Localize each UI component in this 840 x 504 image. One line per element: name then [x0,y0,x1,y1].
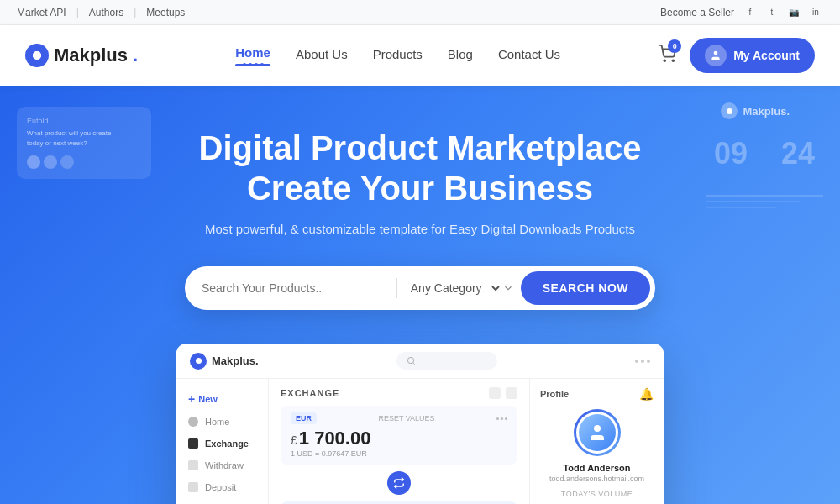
bg-card-label: Eufold [27,117,141,125]
dashboard-logo-icon [190,353,207,370]
profile-avatar [579,414,616,451]
bg-logo-text: Makplus. [743,105,790,118]
bg-icon-3 [60,155,74,169]
exchange-title: EXCHANGE [281,388,339,398]
nav-blog[interactable]: Blog [448,47,473,65]
exchange-icons [489,387,517,399]
logo-icon [25,44,49,67]
svg-point-1 [673,60,675,61]
bg-icon-1 [27,155,40,169]
exdot-1 [496,417,499,420]
dashboard-preview: Makplus. + [176,344,664,504]
dashboard-sidebar: + New Home Exchange Withdraw [176,379,269,504]
sidebar-deposit[interactable]: Deposit [176,476,268,498]
topbar-links: Market API | Authors | Meetups [17,7,185,18]
nav-home[interactable]: Home [235,45,270,63]
sidebar-home[interactable]: Home [176,411,268,433]
bg-numbers: 09 24 [714,136,815,171]
header-right: 0 My Account [658,38,815,73]
top-bar: Market API | Authors | Meetups Become a … [0,0,840,25]
profile-header: Profile 🔔 [540,387,654,401]
exchange-icon [188,438,198,449]
search-input[interactable] [202,281,386,295]
cart-badge: 0 [668,39,681,53]
dashboard-search[interactable] [396,352,497,370]
sidebar-deposit-label: Deposit [205,482,236,492]
profile-email: todd.andersons.hotmail.com [540,475,654,483]
bg-lines [706,195,823,208]
exdot-3 [505,417,507,420]
become-seller-link[interactable]: Become a Seller [660,7,734,18]
reset-values[interactable]: RESET VALUES [378,414,434,423]
from-amount-wrap: £ 1 700.00 [291,428,507,449]
dash-dot-1 [635,360,638,363]
nav-contact[interactable]: Contact Us [498,47,560,65]
dashboard-logo-text: Makplus. [212,354,259,367]
logo[interactable]: Makplus. [25,44,138,67]
bg-num-1: 09 [714,136,748,171]
dashboard-body: + New Home Exchange Withdraw [176,379,664,504]
account-btn-label: My Account [733,49,800,62]
topbar-right: Become a Seller f t 📷 in [660,5,823,20]
from-dots [496,417,507,420]
topbar-link-market[interactable]: Market API [17,7,66,18]
category-select[interactable]: Any Category [407,281,502,296]
topbar-sep2: | [134,7,136,18]
from-amount: 1 700.00 [299,428,371,449]
search-divider [396,278,397,298]
bg-logo-icon [721,102,738,119]
facebook-icon[interactable]: f [743,5,758,20]
svg-point-0 [664,60,666,61]
volume-label: TODAY'S VOLUME [540,490,654,498]
sidebar-withdraw[interactable]: Withdraw [176,454,268,476]
sidebar-exchange[interactable]: Exchange [176,433,268,454]
topbar-link-authors[interactable]: Authors [89,7,123,18]
topbar-sep1: | [76,7,79,18]
profile-name: Todd Anderson [540,463,654,473]
from-rate: 1 USD = 0.97647 EUR [291,449,507,458]
cart-button[interactable]: 0 [658,45,676,66]
home-icon [188,417,198,427]
sidebar-exchange-label: Exchange [205,438,249,449]
linkedin-icon[interactable]: in [808,5,823,20]
from-currency-box: EUR RESET VALUES £ 1 700.00 [281,406,517,465]
hero-section: Eufold What product will you createtoday… [0,86,840,504]
topbar-link-meetups[interactable]: Meetups [146,7,185,18]
plus-icon: + [188,392,195,406]
settings-icon[interactable] [489,387,501,399]
hero-subtitle: Most powerful, & customizable template f… [185,222,655,236]
instagram-icon[interactable]: 📷 [786,5,801,20]
bg-card-left: Eufold What product will you createtoday… [17,107,151,179]
nav-products[interactable]: Products [373,47,423,65]
dashboard-logo: Makplus. [190,353,259,370]
from-currency-header: EUR RESET VALUES [291,412,507,424]
social-icons: f t 📷 in [743,5,823,20]
search-button[interactable]: SEARCH NOW [521,271,650,305]
swap-button[interactable] [387,471,411,495]
new-button[interactable]: + New [176,387,268,411]
deposit-icon [188,482,198,492]
from-currency-tag: EUR [291,412,317,424]
search-bar: Any Category SEARCH NOW [185,266,655,310]
account-avatar [705,45,727,66]
exdot-2 [501,417,503,420]
main-nav: Home About Us Products Blog Contact Us [235,45,560,66]
hero-title: Digital Product Marketplace Create Your … [185,128,655,208]
chevron-down-icon [502,282,514,294]
header: Makplus. Home About Us Products Blog Con… [0,25,840,86]
twitter-icon[interactable]: t [764,5,780,20]
new-label: New [198,394,218,404]
sidebar-home-label: Home [205,417,229,427]
dash-logo-dot [196,358,202,364]
exchange-section: EXCHANGE EUR RESET VALUES [269,379,529,504]
my-account-button[interactable]: My Account [690,38,815,73]
exchange-header: EXCHANGE [281,387,517,399]
calendar-icon[interactable] [506,387,517,399]
withdraw-icon [188,460,198,470]
nav-about[interactable]: About Us [296,47,348,65]
from-currency-symbol: £ [291,433,297,447]
logo-text: Makplus [54,45,128,66]
bell-icon[interactable]: 🔔 [639,387,654,401]
profile-section: Profile 🔔 Todd [529,379,664,504]
nav-home-wrap: Home [235,45,270,66]
